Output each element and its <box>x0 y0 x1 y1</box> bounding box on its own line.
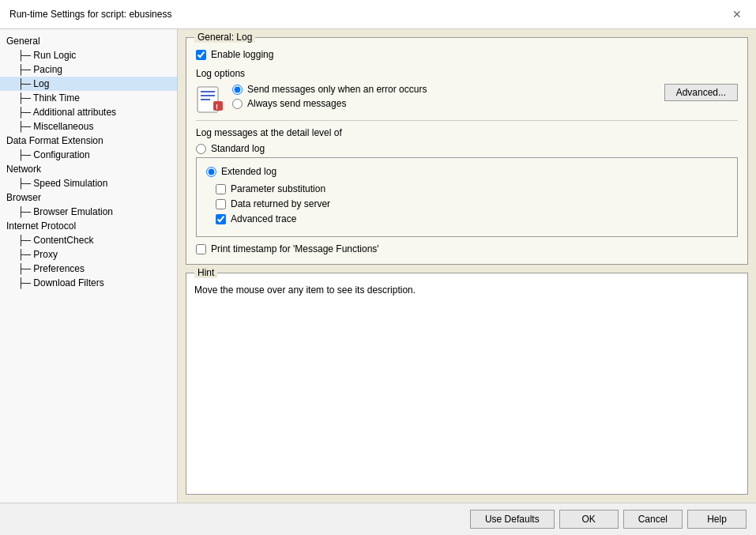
cancel-button[interactable]: Cancel <box>623 510 683 529</box>
cb-advanced-trace-row: Advanced trace <box>206 213 728 224</box>
close-button[interactable]: ✕ <box>728 6 747 22</box>
tree-item-browser[interactable]: Browser <box>0 190 177 205</box>
svg-rect-4 <box>213 101 223 111</box>
radio-always-send-label: Always send messages <box>247 98 346 109</box>
tree-item-log[interactable]: ├─ Log <box>0 77 177 91</box>
tree-item-miscellaneous[interactable]: ├─ Miscellaneous <box>0 119 177 134</box>
tree-item-internet-protocol[interactable]: Internet Protocol <box>0 219 177 233</box>
tree-panel: General├─ Run Logic├─ Pacing├─ Log├─ Thi… <box>0 29 178 503</box>
radio-send-only-row: Send messages only when an error occurs <box>232 84 656 95</box>
log-icon: ! <box>196 85 224 114</box>
enable-logging-checkbox[interactable] <box>196 50 206 60</box>
general-log-title: General: Log <box>194 32 255 43</box>
radio-always-send[interactable] <box>232 99 243 109</box>
radio-extended-log[interactable] <box>206 167 216 177</box>
tree-item-preferences[interactable]: ├─ Preferences <box>0 262 177 276</box>
button-bar: Use Defaults OK Cancel Help <box>0 503 756 535</box>
svg-rect-2 <box>201 95 215 96</box>
window-title: Run-time Settings for script: ebusiness <box>9 9 171 20</box>
cb-data-returned-label: Data returned by server <box>231 198 330 209</box>
tree-item-content-check[interactable]: ├─ ContentCheck <box>0 233 177 247</box>
tree-item-additional-attributes[interactable]: ├─ Additional attributes <box>0 105 177 119</box>
extended-log-group: Extended log Parameter substitution Data… <box>196 157 738 237</box>
main-content: General├─ Run Logic├─ Pacing├─ Log├─ Thi… <box>0 29 756 503</box>
svg-rect-3 <box>201 99 210 100</box>
hint-text: Move the mouse over any item to see its … <box>194 284 416 296</box>
hint-title: Hint <box>194 267 217 278</box>
cb-parameter-label: Parameter substitution <box>231 183 325 194</box>
standard-log-row: Standard log <box>196 143 738 154</box>
tree-item-general[interactable]: General <box>0 34 177 48</box>
tree-item-speed-simulation[interactable]: ├─ Speed Simulation <box>0 176 177 190</box>
use-defaults-button[interactable]: Use Defaults <box>470 510 555 529</box>
enable-logging-row: Enable logging <box>196 49 738 60</box>
cb-data-returned-row: Data returned by server <box>206 198 728 209</box>
timestamp-label: Print timestamp for 'Message Functions' <box>211 243 379 254</box>
tree-item-configuration[interactable]: ├─ Configuration <box>0 148 177 162</box>
tree-item-proxy[interactable]: ├─ Proxy <box>0 247 177 262</box>
cb-timestamp[interactable] <box>196 244 206 254</box>
tree-item-network[interactable]: Network <box>0 162 177 176</box>
log-options-label: Log options <box>196 68 738 79</box>
tree-item-run-logic[interactable]: ├─ Run Logic <box>0 48 177 62</box>
separator <box>196 120 738 121</box>
right-panel: General: Log Enable logging Log options <box>178 29 756 503</box>
ok-button[interactable]: OK <box>559 510 619 529</box>
help-button[interactable]: Help <box>687 510 747 529</box>
svg-text:!: ! <box>216 103 218 111</box>
extended-log-header: Extended log <box>206 166 728 177</box>
radio-send-only-label: Send messages only when an error occurs <box>247 84 427 95</box>
timestamp-row: Print timestamp for 'Message Functions' <box>196 243 738 254</box>
radio-send-only[interactable] <box>232 85 243 95</box>
cb-advanced-trace[interactable] <box>216 214 226 224</box>
tree-item-think-time[interactable]: ├─ Think Time <box>0 91 177 105</box>
radio-options: Send messages only when an error occurs … <box>232 84 656 112</box>
general-log-group: General: Log Enable logging Log options <box>186 37 748 265</box>
cb-advanced-trace-label: Advanced trace <box>231 213 296 224</box>
cb-parameter-row: Parameter substitution <box>206 183 728 194</box>
tree-item-data-format-extension[interactable]: Data Format Extension <box>0 134 177 148</box>
enable-logging-label: Enable logging <box>211 49 273 60</box>
extended-log-label: Extended log <box>221 166 276 177</box>
svg-rect-1 <box>201 91 215 92</box>
cb-parameter-substitution[interactable] <box>216 184 226 194</box>
detail-level-label: Log messages at the detail level of <box>196 127 738 138</box>
standard-log-label: Standard log <box>211 143 265 154</box>
log-options-row: ! Send messages only when an error occur… <box>196 84 738 114</box>
cb-data-returned[interactable] <box>216 199 226 209</box>
tree-item-browser-emulation[interactable]: ├─ Browser Emulation <box>0 205 177 219</box>
radio-always-send-row: Always send messages <box>232 98 656 109</box>
title-bar: Run-time Settings for script: ebusiness … <box>0 0 756 29</box>
advanced-button[interactable]: Advanced... <box>664 84 738 101</box>
tree-item-download-filters[interactable]: ├─ Download Filters <box>0 276 177 290</box>
radio-standard-log[interactable] <box>196 144 206 154</box>
hint-group: Hint Move the mouse over any item to see… <box>186 273 748 495</box>
tree-item-pacing[interactable]: ├─ Pacing <box>0 62 177 77</box>
